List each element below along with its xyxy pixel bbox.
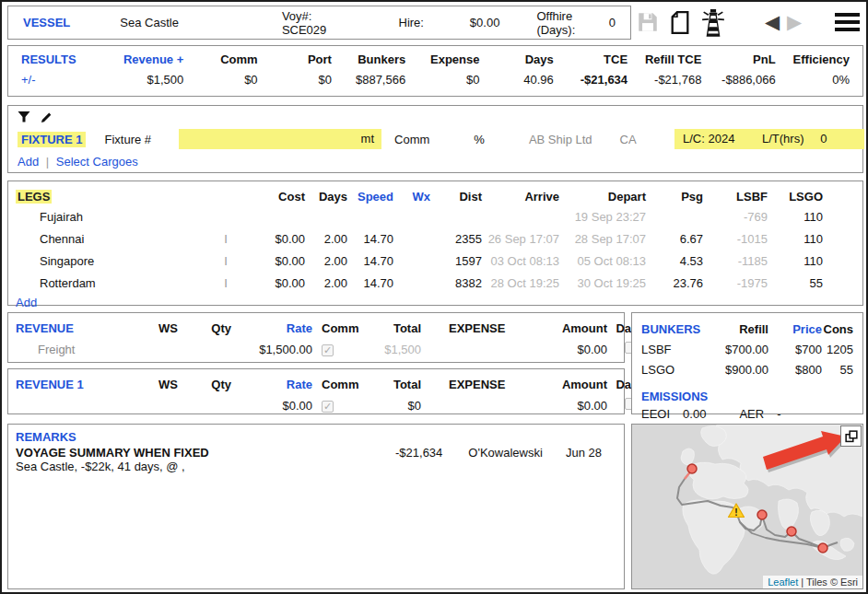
bunker-cons: 1205 [822, 343, 853, 356]
save-icon[interactable] [636, 10, 660, 37]
menu-icon[interactable] [835, 13, 860, 35]
map-expand-button[interactable] [840, 425, 862, 447]
map-marker-singapore[interactable] [818, 543, 827, 553]
rate-header[interactable]: Rate [235, 378, 316, 391]
charterer-name[interactable]: AB Ship Ltd [529, 133, 592, 146]
results-revenue-value: $1,500 [110, 73, 183, 87]
leg-arrive: 28 Oct 19:25 [486, 276, 563, 290]
select-cargoes-link[interactable]: Select Cargoes [56, 155, 138, 169]
hire-value[interactable]: $0.00 [455, 16, 499, 29]
results-col-comm: Comm$0 [183, 52, 257, 96]
amount-value[interactable]: $0.00 [534, 399, 611, 413]
lighthouse-icon[interactable] [700, 8, 726, 40]
legs-header-lsgo: LSGO [771, 190, 827, 204]
legs-add-link[interactable]: Add [16, 296, 37, 309]
fixture-add-link[interactable]: Add [18, 155, 39, 169]
leg-row-rotterdam[interactable]: Rotterdam I $0.00 2.00 14.70 8382 28 Oct… [16, 272, 862, 294]
leg-speed[interactable]: 14.70 [351, 254, 397, 268]
legs-title[interactable]: LEGS [16, 190, 52, 204]
eeoi-label: EEOI [641, 407, 670, 421]
revenue1-header-row: REVENUE 1 WS Qty Rate Comm Total EXPENSE… [16, 375, 624, 393]
leg-cost[interactable]: $0.00 [240, 254, 309, 268]
offhire-value[interactable]: 0 [609, 16, 616, 29]
remarks-title[interactable]: REMARKS [16, 430, 616, 444]
eeoi-value: 0.00 [683, 407, 706, 421]
leg-port[interactable]: Chennai [16, 232, 215, 246]
leg-port[interactable]: Fujairah [16, 210, 215, 224]
legs-header-wx[interactable]: Wx [397, 190, 434, 204]
leg-speed[interactable]: 14.70 [351, 232, 397, 246]
rate-header[interactable]: Rate [235, 321, 316, 335]
leg-row-chennai[interactable]: Chennai I $0.00 2.00 14.70 2355 26 Sep 1… [16, 227, 862, 250]
leg-days[interactable]: 2.00 [309, 276, 351, 290]
route-map[interactable]: ! Leaflet | Tiles © Esri [631, 424, 863, 589]
results-col-days: Days40.96 [479, 52, 553, 96]
results-col-tce: TCE-$21,634 [554, 52, 628, 96]
leg-lsbf: -1015 [707, 232, 771, 246]
leg-cost[interactable]: $0.00 [240, 232, 309, 246]
results-col-port: Port$0 [258, 52, 332, 96]
map-marker-chennai[interactable] [787, 527, 796, 536]
results-plus-minus-toggle[interactable]: +/- [21, 73, 110, 87]
leg-lsbf: -1975 [707, 276, 771, 290]
results-revenue-label[interactable]: Revenue + [110, 52, 183, 66]
results-tce-value: -$21,634 [554, 73, 628, 87]
vessel-name-field[interactable]: Sea Castle [120, 16, 243, 29]
map-marker-fujairah[interactable] [757, 510, 767, 519]
price-header[interactable]: Price [768, 322, 822, 336]
voyage-number[interactable]: Voy#: SCE029 [282, 9, 347, 37]
revenue-title[interactable]: REVENUE [16, 321, 145, 335]
new-document-icon[interactable] [669, 10, 691, 38]
revenue1-title[interactable]: REVENUE 1 [16, 378, 145, 391]
results-col-revenue: Revenue +$1,500 [110, 52, 183, 96]
filter-icon[interactable] [18, 111, 30, 126]
leg-days[interactable]: 2.00 [309, 254, 351, 268]
amount-header: Amount [534, 378, 611, 391]
previous-arrow-icon[interactable]: ◀ [765, 9, 780, 35]
hire-label: Hire: [399, 16, 424, 29]
fixture-panel: FIXTURE 1 Fixture # mt Comm % AB Ship Lt… [7, 105, 863, 173]
vessel-label[interactable]: VESSEL [23, 16, 70, 29]
leg-row-fujairah[interactable]: Fujairah 19 Sep 23:27 -769 110 [16, 205, 862, 227]
cargo-quantity-input[interactable]: mt [179, 129, 381, 149]
legs-header-cost: Cost [240, 190, 309, 204]
bunker-name: LSGO [641, 363, 689, 377]
fixture-title[interactable]: FIXTURE 1 [18, 132, 86, 147]
bunker-refill[interactable]: $900.00 [689, 363, 768, 377]
bunkers-title[interactable]: BUNKERS [641, 322, 689, 336]
rate-value[interactable]: $0.00 [235, 399, 316, 413]
results-title[interactable]: RESULTS [21, 52, 110, 66]
next-arrow-icon[interactable]: ▶ [787, 9, 802, 35]
leg-lsbf: -1185 [707, 254, 771, 268]
leaflet-link[interactable]: Leaflet [768, 577, 798, 588]
comm-checkbox[interactable]: ✓ [322, 344, 334, 356]
charterer-country[interactable]: CA [620, 133, 637, 146]
bunker-cons: 55 [822, 363, 853, 377]
legs-header-speed[interactable]: Speed [351, 190, 397, 204]
legs-header-dist: Dist [434, 190, 486, 204]
comm-checkbox[interactable]: ✓ [322, 401, 334, 413]
bunker-price[interactable]: $800 [768, 363, 822, 377]
leg-lsgo: 110 [771, 210, 827, 224]
leg-speed[interactable]: 14.70 [351, 276, 397, 290]
edit-pencil-icon[interactable] [40, 111, 53, 126]
emissions-title[interactable]: EMISSIONS [641, 390, 853, 403]
leg-row-singapore[interactable]: Singapore I $0.00 2.00 14.70 1597 03 Oct… [16, 250, 862, 272]
leg-port[interactable]: Singapore [16, 254, 215, 268]
leg-port[interactable]: Rotterdam [16, 276, 215, 290]
leg-psg: 4.53 [650, 254, 707, 268]
bunker-refill[interactable]: $700.00 [689, 343, 768, 356]
voyage-summary-line2: Sea Castle, -$22k, 41 days, @ , [16, 460, 616, 473]
amount-value[interactable]: $0.00 [534, 343, 611, 356]
map-marker-rotterdam[interactable] [687, 464, 697, 473]
leg-cost[interactable]: $0.00 [240, 276, 309, 290]
bunker-price[interactable]: $700 [768, 343, 822, 356]
leg-dist: 1597 [434, 254, 486, 268]
legs-panel: LEGS Cost Days Speed Wx Dist Arrive Depa… [7, 181, 863, 306]
leg-days[interactable]: 2.00 [309, 232, 351, 246]
leg-dist: 8382 [434, 276, 486, 290]
revenue-row-label[interactable]: Freight [16, 343, 145, 356]
laycan-field[interactable]: L/C: 2024 L/T(hrs) 0 [674, 129, 864, 149]
total-value: $1,500 [358, 343, 425, 356]
rate-value[interactable]: $1,500.00 [235, 343, 316, 356]
